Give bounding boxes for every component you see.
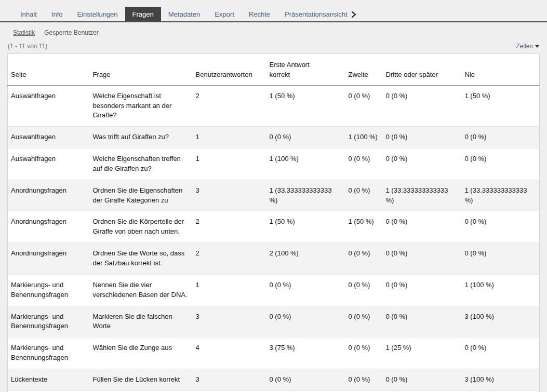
tab-label: Inhalt: [20, 10, 37, 18]
column-header-label: Frage: [93, 71, 111, 78]
cell-dritte-oder-spater: 0 (0 %): [383, 243, 462, 275]
tab-export[interactable]: Export: [207, 7, 242, 21]
cell-benutzerantworten: 3: [193, 306, 266, 337]
cell-benutzerantworten: 1: [193, 148, 266, 180]
cell-zweite: 0 (0 %): [345, 243, 383, 275]
cell-seite: Auswahlfragen: [8, 85, 90, 127]
table-row: LückentexteFüllen Sie die Lücken korrekt…: [8, 369, 540, 390]
cell-zweite: 0 (0 %): [345, 85, 383, 127]
column-header-label: Erste Antwort korrekt: [270, 60, 322, 80]
cell-benutzerantworten: 4: [193, 337, 266, 369]
cell-erste-antwort-korrekt: 2 (100 %): [266, 243, 345, 275]
cell-nie: 0 (0 %): [462, 243, 540, 275]
tab-bar: InhaltInfoEinstellungenFragenMetadatenEx…: [0, 0, 547, 22]
cell-frage: Nennen Sie die vier verschiedenen Basen …: [90, 274, 193, 306]
cell-erste-antwort-korrekt: 0 (0 %): [266, 369, 345, 390]
cell-seite: Anordnungsfragen: [8, 211, 90, 243]
column-header-nie: Nie: [462, 54, 540, 86]
tab-label: Export: [215, 10, 234, 18]
table-row: Markierungs- und BenennungsfragenWählen …: [8, 337, 540, 369]
cell-zweite: 0 (0 %): [345, 148, 383, 180]
cell-zweite: 0 (0 %): [345, 306, 383, 337]
cell-benutzerantworten: 1: [193, 127, 266, 148]
subtab-gesperrte-benutzer[interactable]: Gesperrte Benutzer: [44, 29, 99, 36]
cell-frage: Was trifft auf Giraffen zu?: [90, 127, 193, 148]
column-header-label: Zweite: [349, 71, 368, 78]
rows-dropdown[interactable]: Zeilen: [516, 43, 539, 50]
cell-seite: Auswahlfragen: [8, 148, 90, 180]
cell-zweite: 0 (0 %): [345, 180, 383, 211]
table-row: AnordnungsfragenOrdnen Sie die Eigenscha…: [8, 180, 540, 211]
cell-seite: Anordnungsfragen: [8, 243, 90, 275]
cell-frage: Ordnen Sie die Worte so, dass der Satzba…: [90, 243, 193, 275]
column-header-zweite: Zweite: [345, 54, 383, 86]
cell-dritte-oder-spater: 0 (0 %): [383, 148, 462, 180]
cell-frage: Ordnen Sie die Eigenschaften der Giraffe…: [90, 180, 193, 211]
cell-benutzerantworten: 3: [193, 369, 266, 390]
cell-dritte-oder-spater: 0 (0 %): [383, 369, 462, 390]
cell-frage: Ordnen Sie die Körperteile der Giraffe v…: [90, 211, 193, 243]
table-row: AnordnungsfragenOrdnen Sie die Worte so,…: [8, 243, 540, 275]
cell-frage: Welche Eigenschaft ist besonders markant…: [90, 85, 193, 127]
column-header-benutzerantworten: Benutzerantworten: [193, 54, 266, 86]
column-header-label: Nie: [465, 71, 475, 78]
tab-fragen[interactable]: Fragen: [125, 7, 161, 21]
table-header-row: SeiteFrageBenutzerantwortenErste Antwort…: [8, 54, 540, 86]
column-header-frage: Frage: [90, 54, 193, 86]
cell-seite: Anordnungsfragen: [8, 180, 90, 211]
cell-frage: Welche Eigenschaften treffen auf die Gir…: [90, 148, 193, 180]
table-row: AnordnungsfragenOrdnen Sie die Körpertei…: [8, 211, 540, 243]
cell-benutzerantworten: 2: [193, 211, 266, 243]
tab-inhalt[interactable]: Inhalt: [13, 7, 44, 21]
cell-dritte-oder-spater: 1 (33.333333333333 %): [383, 180, 462, 211]
tab-label: Einstellungen: [77, 10, 118, 18]
tab-label: Info: [51, 10, 63, 18]
table-meta-row: (1 - 11 von 11) Zeilen: [7, 36, 540, 53]
cell-zweite: 0 (0 %): [345, 369, 383, 390]
cell-erste-antwort-korrekt: 0 (0 %): [266, 306, 345, 337]
tab-info[interactable]: Info: [44, 7, 70, 21]
cell-benutzerantworten: 3: [193, 180, 266, 211]
cell-erste-antwort-korrekt: 0 (0 %): [266, 127, 345, 148]
cell-zweite: 0 (0 %): [345, 274, 383, 306]
tab-prasentationsansicht[interactable]: Präsentationsansicht: [277, 7, 364, 21]
tab-metadaten[interactable]: Metadaten: [161, 7, 207, 21]
cell-benutzerantworten: 1: [193, 274, 266, 306]
cell-nie: 3 (100 %): [462, 369, 540, 390]
cell-dritte-oder-spater: 0 (0 %): [383, 274, 462, 306]
cell-seite: Lückentexte: [8, 369, 90, 390]
result-range-top: (1 - 11 von 11): [8, 43, 47, 50]
column-header-label: Benutzerantworten: [196, 71, 252, 78]
table-row: AuswahlfragenWelche Eigenschaften treffe…: [8, 148, 540, 180]
cell-nie: 1 (50 %): [462, 85, 540, 127]
cell-frage: Markieren Sie die falschen Worte: [90, 306, 193, 337]
cell-erste-antwort-korrekt: 3 (75 %): [266, 337, 345, 369]
chevron-down-icon: [535, 45, 539, 48]
cell-dritte-oder-spater: 1 (25 %): [383, 337, 462, 369]
table-row: Markierungs- und BenennungsfragenNennen …: [8, 274, 540, 306]
cell-nie: 3 (100 %): [462, 306, 540, 337]
cell-zweite: 1 (100 %): [345, 127, 383, 148]
cell-zweite: 0 (0 %): [345, 337, 383, 369]
tab-einstellungen[interactable]: Einstellungen: [70, 7, 125, 21]
column-header-label: Dritte oder später: [386, 71, 438, 78]
cell-seite: Markierungs- und Benennungsfragen: [8, 337, 90, 369]
tab-label: Präsentationsansicht: [285, 10, 348, 18]
cell-benutzerantworten: 2: [193, 85, 266, 127]
column-header-dritte-oder-spater: Dritte oder später: [383, 54, 462, 86]
table-row: Markierungs- und BenennungsfragenMarkier…: [8, 306, 540, 337]
subtab-bar: StatistikGesperrte Benutzer: [0, 22, 547, 36]
chevron-right-icon: [351, 11, 356, 18]
cell-frage: Füllen Sie die Lücken korrekt: [90, 369, 193, 390]
cell-nie: 0 (0 %): [462, 337, 540, 369]
column-header-erste-antwort-korrekt: Erste Antwort korrekt: [266, 54, 345, 86]
cell-seite: Markierungs- und Benennungsfragen: [8, 306, 90, 337]
rows-dropdown-label: Zeilen: [516, 43, 533, 50]
table-row: AuswahlfragenWelche Eigenschaft ist beso…: [8, 85, 540, 127]
tab-rechte[interactable]: Rechte: [242, 7, 277, 21]
cell-zweite: 1 (50 %): [345, 211, 383, 243]
cell-dritte-oder-spater: 0 (0 %): [383, 306, 462, 337]
cell-erste-antwort-korrekt: 1 (50 %): [266, 211, 345, 243]
page: InhaltInfoEinstellungenFragenMetadatenEx…: [0, 0, 547, 392]
subtab-statistik[interactable]: Statistik: [13, 29, 35, 36]
